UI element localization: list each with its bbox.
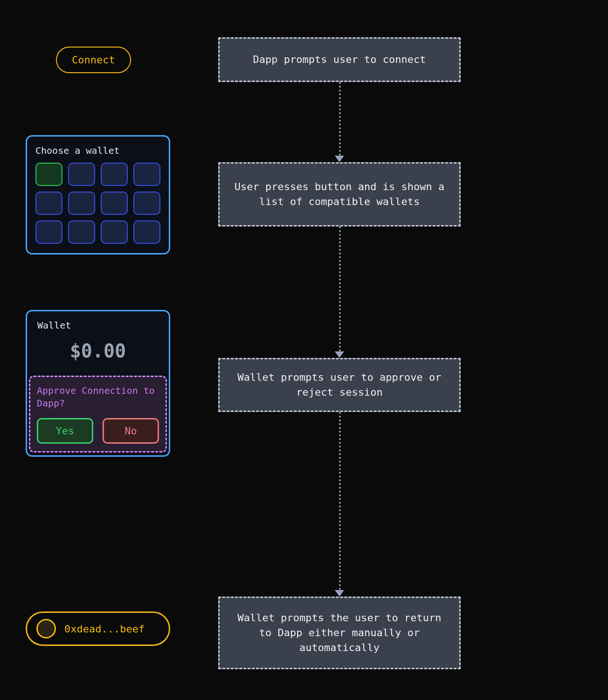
approve-connection-prompt: Approve Connection to Dapp? Yes No [29,376,167,453]
wallet-grid [35,163,160,244]
wallet-balance: $0.00 [37,331,159,373]
flow-step-1-text: Dapp prompts user to connect [253,52,426,67]
wallet-option[interactable] [133,163,160,186]
connected-address-pill[interactable]: 0xdead...beef [26,611,170,646]
flow-step-1: Dapp prompts user to connect [218,37,461,82]
wallet-card-title: Wallet [37,320,159,331]
wallet-option[interactable] [101,220,128,244]
approve-no-button[interactable]: No [103,418,159,444]
wallet-option[interactable] [133,192,160,215]
arrow-line [339,82,341,156]
wallet-option[interactable] [133,220,160,244]
flow-step-2: User presses button and is shown a list … [218,162,461,226]
connect-button[interactable]: Connect [56,47,131,73]
wallet-option[interactable] [68,163,95,186]
wallet-option[interactable] [68,220,95,244]
chevron-down-icon [335,156,344,162]
flow-arrow-1 [338,82,341,162]
flow-step-3: Wallet prompts user to approve or reject… [218,358,461,412]
wallet-option[interactable] [35,220,62,244]
wallet-chooser-title: Choose a wallet [35,145,160,156]
wallet-option[interactable] [101,163,128,186]
flow-step-3-text: Wallet prompts user to approve or reject… [232,370,447,400]
avatar-dot-icon [36,619,56,638]
arrow-line [339,412,341,590]
wallet-card: Wallet $0.00 Approve Connection to Dapp?… [26,310,170,457]
wallet-option[interactable] [101,192,128,215]
flow-step-4: Wallet prompts the user to return to Dap… [218,597,461,669]
wallet-chooser-panel: Choose a wallet [26,135,170,254]
approve-question: Approve Connection to Dapp? [37,384,159,410]
chevron-down-icon [335,590,344,597]
wallet-option-selected[interactable] [35,163,62,186]
wallet-option[interactable] [35,192,62,215]
connected-address-text: 0xdead...beef [64,623,145,635]
approve-yes-button[interactable]: Yes [37,418,93,444]
arrow-line [339,226,341,351]
flow-arrow-2 [338,226,341,358]
flow-step-4-text: Wallet prompts the user to return to Dap… [232,611,447,655]
flow-arrow-3 [338,412,341,597]
flow-step-2-text: User presses button and is shown a list … [232,179,447,209]
chevron-down-icon [335,351,344,358]
wallet-option[interactable] [68,192,95,215]
